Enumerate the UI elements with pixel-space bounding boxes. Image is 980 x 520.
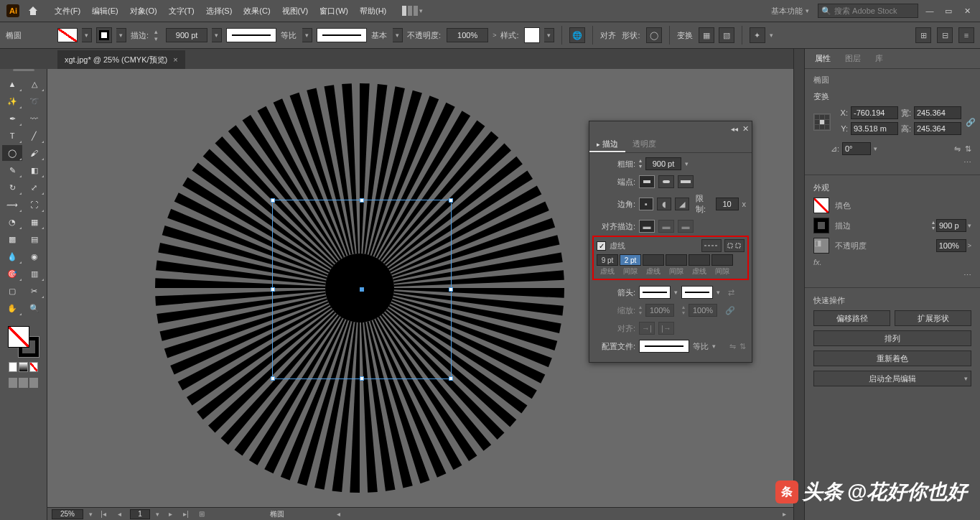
link-scale-icon[interactable]: 🔗 xyxy=(725,306,735,315)
fill-dropdown[interactable]: ▾ xyxy=(82,28,92,42)
brush-preview[interactable] xyxy=(317,28,367,42)
menu-select[interactable]: 选择(S) xyxy=(200,6,238,17)
arrow-start-select[interactable] xyxy=(639,286,671,299)
stroke-profile-dropdown[interactable]: ▾ xyxy=(302,28,312,42)
weight-input[interactable] xyxy=(645,157,681,170)
minimize-icon[interactable]: — xyxy=(923,4,937,18)
menu-help[interactable]: 帮助(H) xyxy=(354,6,392,17)
stepper-down-icon[interactable]: ▾ xyxy=(639,164,642,170)
global-edit-button[interactable]: 启动全局编辑 ▾ xyxy=(813,371,971,386)
menu-file[interactable]: 文件(F) xyxy=(49,6,86,17)
menu-object[interactable]: 对象(O) xyxy=(124,6,163,17)
eyedropper-tool[interactable]: 💧 xyxy=(2,249,22,264)
dash-checkbox[interactable]: ✓ xyxy=(597,241,606,251)
symbol-sprayer-tool[interactable]: 🎯 xyxy=(2,266,22,282)
shaper-tool[interactable]: ✎ xyxy=(2,162,22,178)
blend-tool[interactable]: ◉ xyxy=(24,249,45,264)
arrow-end-scale-input[interactable] xyxy=(689,304,717,317)
stroke-swatch[interactable] xyxy=(813,218,829,233)
selection-handle[interactable] xyxy=(271,376,275,381)
shape-builder-tool[interactable]: ◔ xyxy=(2,214,22,230)
y-input[interactable] xyxy=(851,122,898,135)
chevron-down-icon[interactable]: ▾ xyxy=(964,375,968,382)
fill-color-swatch[interactable] xyxy=(8,326,29,348)
slice-tool[interactable]: ✂ xyxy=(24,283,45,299)
profile-select[interactable] xyxy=(639,340,689,353)
gradient-tool[interactable]: ▤ xyxy=(24,231,45,247)
flip-vert-icon[interactable]: ⇅ xyxy=(739,342,746,351)
width-input[interactable] xyxy=(914,106,961,119)
height-input[interactable] xyxy=(914,122,961,135)
selection-center[interactable] xyxy=(360,287,364,292)
stroke-weight-dropdown[interactable]: ▾ xyxy=(212,28,222,42)
close-tab-icon[interactable]: × xyxy=(173,55,177,64)
perspective-tool[interactable]: ▦ xyxy=(24,214,45,230)
misc-icon[interactable]: ✦ xyxy=(750,27,765,43)
stroke-weight-input[interactable] xyxy=(166,28,207,42)
flip-horiz-icon[interactable]: ⇋ xyxy=(729,342,736,351)
stroke-weight-input[interactable] xyxy=(936,219,966,232)
stepper-down-icon[interactable]: ▾ xyxy=(932,226,935,231)
line-tool[interactable]: ╱ xyxy=(24,128,45,144)
tab-properties[interactable]: 属性 xyxy=(808,49,838,68)
dash-input-2[interactable] xyxy=(643,254,664,266)
cap-butt-icon[interactable] xyxy=(639,175,655,188)
brush-dropdown[interactable]: ▾ xyxy=(393,28,403,42)
selection-handle[interactable] xyxy=(449,287,453,292)
arrange-button[interactable]: 排列 xyxy=(813,330,971,346)
zoom-dropdown-icon[interactable]: ▾ xyxy=(89,511,93,518)
menu-view[interactable]: 视图(V) xyxy=(276,6,314,17)
gradient-mode-icon[interactable] xyxy=(19,362,27,372)
swap-arrows-icon[interactable]: ⇄ xyxy=(728,288,734,297)
transform-label[interactable]: 变换 xyxy=(677,30,693,41)
mesh-tool[interactable]: ▩ xyxy=(2,231,22,247)
more-options-icon[interactable]: ⋯ xyxy=(963,271,971,279)
link-wh-icon[interactable]: 🔗 xyxy=(966,118,976,127)
fx-label[interactable]: fx. xyxy=(813,258,971,266)
selection-handle[interactable] xyxy=(360,198,364,203)
arrow-start-scale-input[interactable] xyxy=(645,304,674,317)
home-icon[interactable] xyxy=(24,2,42,19)
cap-round-icon[interactable] xyxy=(658,175,674,188)
offset-path-button[interactable]: 偏移路径 xyxy=(813,310,890,326)
selection-bounding-box[interactable] xyxy=(272,200,452,379)
corner-bevel-icon[interactable]: ◢ xyxy=(675,198,689,210)
weight-dropdown[interactable]: ▾ xyxy=(685,160,689,167)
miter-limit-input[interactable] xyxy=(716,198,739,210)
stroke-dropdown[interactable]: ▾ xyxy=(116,28,126,42)
stepper-up-icon[interactable]: ▴ xyxy=(154,28,162,35)
direct-selection-tool[interactable]: △ xyxy=(24,76,45,92)
align-label[interactable]: 对齐 xyxy=(600,30,616,41)
curvature-tool[interactable]: 〰 xyxy=(24,111,45,126)
selection-handle[interactable] xyxy=(360,376,364,381)
panel-grip-icon[interactable] xyxy=(13,69,34,71)
opacity-swatch[interactable]: ◨ xyxy=(813,238,829,254)
magic-wand-tool[interactable]: ✨ xyxy=(2,93,22,109)
arrow-align-end-icon[interactable]: |→ xyxy=(658,322,674,335)
hand-tool[interactable]: ✋ xyxy=(2,300,22,316)
chevron-down-icon[interactable]: ▾ xyxy=(712,343,716,350)
type-tool[interactable]: T xyxy=(2,128,22,144)
graph-tool[interactable]: ▥ xyxy=(24,266,45,282)
zoom-input[interactable] xyxy=(52,509,83,519)
chevron-down-icon[interactable]: ▾ xyxy=(674,289,678,296)
menu-type[interactable]: 文字(T) xyxy=(163,6,200,17)
search-input[interactable]: 🔍 搜索 Adobe Stock xyxy=(818,4,918,18)
stroke-swatch[interactable] xyxy=(96,27,112,43)
tab-stroke[interactable]: ▸ 描边 xyxy=(589,136,625,152)
crop-icon[interactable]: ▧ xyxy=(719,27,734,43)
scale-tool[interactable]: ⤢ xyxy=(24,180,45,195)
flip-v-icon[interactable]: ⇅ xyxy=(965,144,971,154)
reference-point-widget[interactable] xyxy=(813,113,831,131)
tab-libraries[interactable]: 库 xyxy=(868,49,890,68)
dash-input-1[interactable] xyxy=(597,254,618,266)
last-artboard-icon[interactable]: ▸| xyxy=(181,509,191,519)
arrow-end-select[interactable] xyxy=(681,286,713,299)
recolor-icon[interactable]: 🌐 xyxy=(569,27,585,43)
close-icon[interactable]: ✕ xyxy=(960,4,974,18)
chevron-down-icon[interactable]: ▾ xyxy=(717,289,720,296)
chevron-down-icon[interactable]: ▾ xyxy=(874,145,877,152)
chevron-down-icon[interactable]: ▾ xyxy=(419,7,423,14)
selection-handle[interactable] xyxy=(449,376,453,381)
align-outside-icon[interactable]: ▬ xyxy=(678,220,694,233)
